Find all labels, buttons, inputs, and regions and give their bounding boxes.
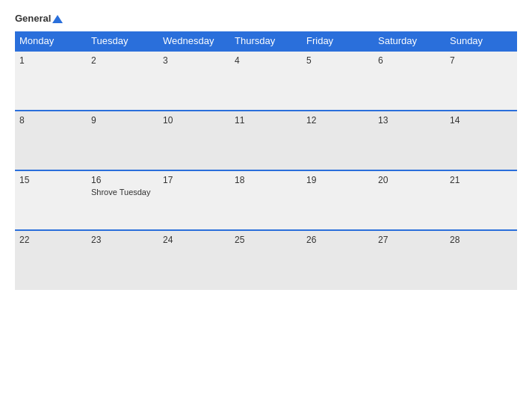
day-number: 10 <box>163 115 226 126</box>
calendar-cell: 2 <box>87 51 158 111</box>
col-monday: Monday <box>15 31 87 51</box>
col-friday: Friday <box>302 31 374 51</box>
day-number: 21 <box>450 175 513 185</box>
day-number: 12 <box>306 115 369 126</box>
calendar-cell: 10 <box>158 111 230 170</box>
day-number: 28 <box>450 235 513 245</box>
logo: General <box>15 13 63 24</box>
calendar-cell: 11 <box>230 111 302 170</box>
calendar-cell: 3 <box>158 51 230 111</box>
holiday-label: Shrove Tuesday <box>91 188 154 197</box>
day-number: 7 <box>450 55 513 66</box>
calendar-cell: 26 <box>302 230 374 290</box>
day-number: 16 <box>91 175 154 185</box>
calendar-cell: 17 <box>158 170 230 230</box>
calendar-cell: 4 <box>230 51 302 111</box>
day-number: 5 <box>306 55 369 66</box>
calendar-cell: 1 <box>15 51 87 111</box>
day-number: 25 <box>235 235 297 245</box>
calendar-cell: 22 <box>15 230 87 290</box>
calendar-cell: 13 <box>374 111 445 170</box>
day-number: 1 <box>19 55 82 66</box>
calendar-cell: 8 <box>15 111 87 170</box>
col-sunday: Sunday <box>445 31 517 51</box>
calendar-cell: 24 <box>158 230 230 290</box>
calendar-cell: 15 <box>15 170 87 230</box>
day-number: 15 <box>19 175 82 185</box>
calendar-cell: 18 <box>230 170 302 230</box>
calendar-table: Monday Tuesday Wednesday Thursday Friday… <box>15 31 517 290</box>
week-row: 22232425262728 <box>15 230 517 290</box>
day-number: 4 <box>235 55 297 66</box>
day-number: 8 <box>19 115 82 126</box>
calendar-cell: 5 <box>302 51 374 111</box>
calendar-cell: 19 <box>302 170 374 230</box>
calendar-cell: 28 <box>445 230 517 290</box>
calendar-cell: 21 <box>445 170 517 230</box>
calendar-cell: 27 <box>374 230 445 290</box>
col-saturday: Saturday <box>374 31 445 51</box>
logo-triangle-icon <box>52 15 63 23</box>
day-number: 23 <box>91 235 154 245</box>
calendar-cell: 12 <box>302 111 374 170</box>
calendar-cell: 6 <box>374 51 445 111</box>
day-number: 19 <box>306 175 369 185</box>
col-tuesday: Tuesday <box>87 31 158 51</box>
day-number: 3 <box>163 55 226 66</box>
calendar-cell: 7 <box>445 51 517 111</box>
calendar-cell: 14 <box>445 111 517 170</box>
day-number: 2 <box>91 55 154 66</box>
calendar-header: General <box>15 13 517 24</box>
day-number: 20 <box>378 175 441 185</box>
day-number: 13 <box>378 115 441 126</box>
days-header-row: Monday Tuesday Wednesday Thursday Friday… <box>15 31 517 51</box>
calendar-thead: Monday Tuesday Wednesday Thursday Friday… <box>15 31 517 51</box>
day-number: 18 <box>235 175 297 185</box>
calendar-cell: 9 <box>87 111 158 170</box>
calendar-cell: 23 <box>87 230 158 290</box>
logo-general-text: General <box>15 13 63 24</box>
calendar-cell: 16Shrove Tuesday <box>87 170 158 230</box>
day-number: 27 <box>378 235 441 245</box>
week-row: 891011121314 <box>15 111 517 170</box>
day-number: 14 <box>450 115 513 126</box>
day-number: 6 <box>378 55 441 66</box>
col-thursday: Thursday <box>230 31 302 51</box>
calendar-cell: 25 <box>230 230 302 290</box>
calendar-cell: 20 <box>374 170 445 230</box>
day-number: 11 <box>235 115 297 126</box>
day-number: 17 <box>163 175 226 185</box>
day-number: 9 <box>91 115 154 126</box>
day-number: 22 <box>19 235 82 245</box>
week-row: 1516Shrove Tuesday1718192021 <box>15 170 517 230</box>
calendar-container: General Monday Tuesday Wednesday Thursda… <box>0 0 532 411</box>
col-wednesday: Wednesday <box>158 31 230 51</box>
day-number: 26 <box>306 235 369 245</box>
week-row: 1234567 <box>15 51 517 111</box>
day-number: 24 <box>163 235 226 245</box>
calendar-body: 12345678910111213141516Shrove Tuesday171… <box>15 51 517 290</box>
